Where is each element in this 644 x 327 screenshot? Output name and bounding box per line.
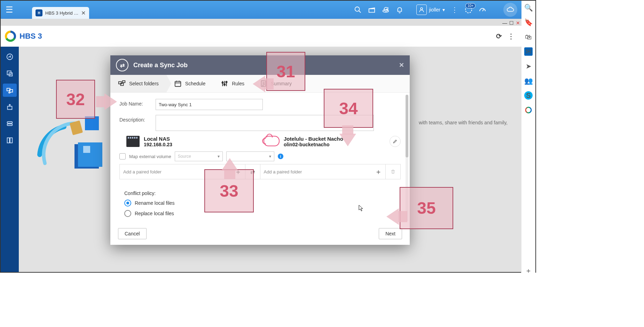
step-rules[interactable]: Rules xyxy=(213,75,252,92)
radio-icon xyxy=(124,210,131,217)
app-tab[interactable]: H HBS 3 Hybrid … ✕ xyxy=(32,7,89,19)
kebab-icon[interactable]: ⋮ xyxy=(508,32,515,40)
refresh-disk-icon[interactable] xyxy=(379,3,393,17)
notifications-badge-icon[interactable]: 10+ xyxy=(462,3,476,17)
radio-rename-label: Rename local files xyxy=(135,200,174,206)
edit-remote-button[interactable] xyxy=(390,136,401,147)
swap-direction-icon[interactable]: ⇄ xyxy=(245,164,260,179)
nas-icon xyxy=(126,136,140,147)
more-vert-icon[interactable]: ⋮ xyxy=(448,3,462,17)
bell-icon[interactable] xyxy=(393,3,407,17)
dest-select[interactable]: ▾ xyxy=(226,151,274,161)
search-icon[interactable]: 🔍 xyxy=(524,3,533,12)
hbs-tab-logo-icon: H xyxy=(36,9,42,16)
step-schedule[interactable]: Schedule xyxy=(166,75,213,92)
next-button[interactable]: Next xyxy=(379,228,402,239)
bg-promo-text: with teams, share with friends and famil… xyxy=(419,120,508,125)
shopping-icon[interactable]: 🛍 xyxy=(524,33,533,41)
badge-count: 10+ xyxy=(465,3,476,8)
bg-illustration xyxy=(33,102,120,182)
app-tab-title: HBS 3 Hybrid … xyxy=(45,10,78,16)
tag-icon[interactable]: 🔖 xyxy=(524,18,533,26)
chevron-down-icon: ▾ xyxy=(218,154,220,159)
top-search-icon[interactable] xyxy=(351,3,365,17)
window-controls: — ☐ ✕ xyxy=(502,20,520,26)
svg-point-34 xyxy=(226,81,227,83)
paired-folder-row: Add a paired folder ＋ ⇄ Add a paired fol… xyxy=(119,164,401,179)
user-menu[interactable]: jioller ▾ xyxy=(416,5,445,15)
job-name-input[interactable] xyxy=(156,99,263,110)
add-remote-folder-icon[interactable]: ＋ xyxy=(375,167,382,177)
cancel-button[interactable]: Cancel xyxy=(118,228,147,239)
dashboard-gauge-icon[interactable] xyxy=(476,3,489,17)
svg-point-32 xyxy=(222,82,223,83)
svg-point-33 xyxy=(224,84,225,85)
step-label: Rules xyxy=(232,81,244,86)
job-name-label: Job Name: xyxy=(119,99,156,107)
telegram-icon[interactable]: ➤ xyxy=(524,62,533,70)
nav-storage[interactable] xyxy=(3,117,17,130)
modal-body: Job Name: Description: Local NAS 192.168… xyxy=(110,93,410,223)
modal-header: ⇄ Create a Sync Job ✕ xyxy=(110,55,410,75)
radio-rename[interactable]: Rename local files xyxy=(124,200,396,207)
nav-jobs[interactable] xyxy=(3,134,17,147)
conflict-head: Conflict policy: xyxy=(124,190,396,196)
cloud-sync-icon[interactable] xyxy=(503,3,517,17)
source-select[interactable]: Source ▾ xyxy=(175,151,223,161)
clapper-icon[interactable] xyxy=(365,3,379,17)
local-pair-cell[interactable]: Add a paired folder ＋ xyxy=(120,164,245,179)
svg-line-8 xyxy=(10,55,11,57)
chevron-down-icon: ▾ xyxy=(269,154,271,159)
conflict-policy: Conflict policy: Rename local files Repl… xyxy=(119,186,401,222)
maximize-icon[interactable]: ☐ xyxy=(509,20,514,26)
close-tab-icon[interactable]: ✕ xyxy=(81,10,86,16)
skype-icon[interactable]: S xyxy=(524,91,533,100)
outlook-icon[interactable]: ✉ xyxy=(524,47,533,56)
step-label: Summary xyxy=(271,81,292,86)
svg-rect-24 xyxy=(123,81,125,83)
menu-icon[interactable]: ☰ xyxy=(1,1,18,19)
svg-rect-21 xyxy=(83,146,90,153)
modal-footer: Cancel Next xyxy=(110,223,410,245)
svg-rect-17 xyxy=(70,120,83,135)
browser-side-rail: 🔍 🔖 🛍 ✉ ➤ 👥 S ＋ xyxy=(521,1,535,273)
create-sync-job-modal: ⇄ Create a Sync Job ✕ Select folders Sch… xyxy=(110,55,410,245)
info-icon[interactable]: i xyxy=(278,154,283,159)
modal-close-icon[interactable]: ✕ xyxy=(399,61,404,69)
nav-restore[interactable] xyxy=(3,100,17,114)
nav-overview[interactable] xyxy=(3,50,17,63)
nav-backup[interactable] xyxy=(3,67,17,80)
delete-pair-icon[interactable] xyxy=(386,164,400,179)
radio-replace[interactable]: Replace local files xyxy=(124,210,396,217)
people-icon[interactable]: 👥 xyxy=(524,77,533,85)
description-input[interactable] xyxy=(156,115,374,131)
local-title: Local NAS xyxy=(144,136,172,142)
step-summary[interactable]: Summary xyxy=(252,75,299,92)
step-select-folders[interactable]: Select folders xyxy=(110,75,166,92)
svg-point-4 xyxy=(421,8,423,10)
hbs-left-nav xyxy=(1,47,19,272)
office-icon[interactable] xyxy=(524,106,533,114)
add-extension-icon[interactable]: ＋ xyxy=(524,266,533,273)
svg-point-0 xyxy=(526,107,531,113)
wizard-steps: Select folders Schedule Rules Summary xyxy=(110,75,410,93)
radio-replace-label: Replace local files xyxy=(135,211,174,216)
minimize-icon[interactable]: — xyxy=(502,20,507,26)
step-label: Select folders xyxy=(129,81,159,86)
close-window-icon[interactable]: ✕ xyxy=(516,20,520,26)
description-label: Description: xyxy=(119,115,156,123)
user-caret-icon: ▾ xyxy=(442,7,445,13)
local-sub: 192.168.0.23 xyxy=(144,142,172,147)
hbs-header: HBS 3 ⟳ ⋮ xyxy=(1,26,521,47)
scrollbar[interactable] xyxy=(406,95,408,221)
remote-pair-cell[interactable]: Add a paired folder ＋ xyxy=(260,164,386,179)
os-top-bar: ☰ H HBS 3 Hybrid … ✕ jioller ▾ ⋮ xyxy=(1,1,521,19)
svg-line-6 xyxy=(482,9,484,11)
svg-rect-14 xyxy=(7,124,13,126)
map-external-checkbox[interactable] xyxy=(119,153,126,159)
modal-title: Create a Sync Job xyxy=(133,62,188,69)
sync-job-icon: ⇄ xyxy=(116,59,128,71)
add-local-folder-icon[interactable]: ＋ xyxy=(235,167,242,177)
nav-sync[interactable] xyxy=(3,84,17,97)
refresh-icon[interactable]: ⟳ xyxy=(496,32,502,40)
